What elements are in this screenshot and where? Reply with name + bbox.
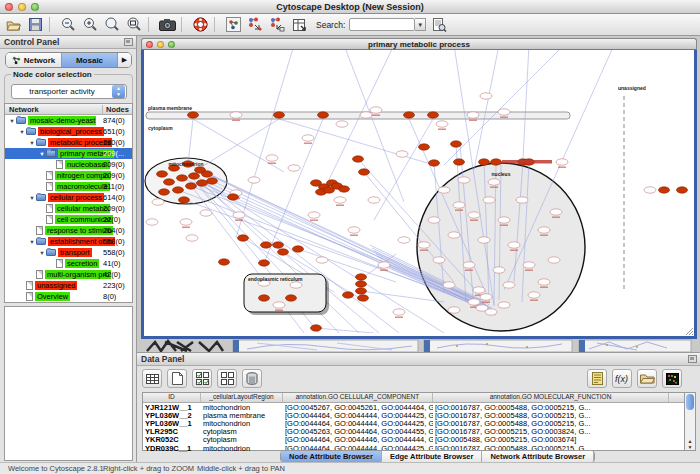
tree-item-transport[interactable]: ▼transport558(0) [5,247,132,258]
network-node-selected[interactable] [273,242,284,248]
network-node[interactable] [528,292,540,298]
network-node[interactable] [480,93,492,99]
network-node-selected[interactable] [186,183,197,189]
network-node-selected[interactable] [177,175,188,181]
network-overview-icon[interactable] [224,16,242,33]
network-node[interactable] [273,302,285,308]
float-panel-icon[interactable] [688,355,697,363]
network-node-selected[interactable] [286,295,297,301]
network-node[interactable] [467,112,479,118]
network-edge[interactable] [324,50,394,190]
network-node[interactable] [436,121,448,127]
save-icon[interactable] [26,16,44,33]
network-node[interactable] [348,227,360,233]
tree-item-cellular-process[interactable]: ▼cellular process614(0) [5,192,132,203]
network-node[interactable] [538,227,550,233]
birdseye-view-panel[interactable] [4,306,133,461]
network-node[interactable] [266,155,278,161]
network-node[interactable] [146,219,158,225]
network-node-selected[interactable] [238,235,249,241]
tab-network-attribute-browser[interactable]: Network Attribute Browser [482,451,594,462]
network-node[interactable] [433,257,445,263]
network-node[interactable] [180,219,192,225]
tab-mosaic[interactable]: Mosaic [62,53,118,67]
network-node[interactable] [480,294,492,300]
network-node-selected[interactable] [207,178,218,184]
column-header[interactable]: ID [143,393,201,402]
import-attributes-icon[interactable] [637,369,657,388]
network-node-selected[interactable] [157,171,168,177]
network-node-selected[interactable] [429,160,440,166]
network-node[interactable] [493,267,505,273]
network-node[interactable] [453,202,465,208]
network-node[interactable] [418,242,430,248]
network-node[interactable] [398,237,410,243]
network-node[interactable] [230,112,242,118]
tree-item-overview[interactable]: Overview8(0) [5,291,132,302]
tree-item-cell-communicat[interactable]: cell communicat22(0) [5,214,132,225]
matrix-view-icon[interactable] [662,369,682,388]
network-node[interactable] [308,212,320,218]
network-node[interactable] [448,307,460,313]
network-node-selected[interactable] [419,144,430,150]
network-edge[interactable] [344,50,404,202]
zoom-out-icon[interactable] [59,16,77,33]
column-header[interactable]: _cellularLayoutRegion [201,393,283,402]
tree-item-mosaic-demo-yeast[interactable]: ▼mosaic-demo-yeast874(0) [5,115,132,126]
network-node[interactable] [233,212,245,218]
network-node-selected[interactable] [202,171,213,177]
tree-item-biological-process[interactable]: ▼biological_process651(0) [5,126,132,137]
network-edge[interactable] [474,50,499,170]
tab-network[interactable]: Network [6,53,62,67]
network-node[interactable] [378,262,390,268]
network-edge[interactable] [200,119,279,168]
network-node[interactable] [448,232,460,238]
network-node-selected[interactable] [219,259,230,265]
tree-item-secretion[interactable]: secretion41(0) [5,258,132,269]
network-node[interactable] [396,151,408,157]
zoom-selected-region-icon[interactable] [103,16,121,33]
unselect-attributes-icon[interactable] [217,369,237,388]
network-node[interactable] [428,217,440,223]
network-node-selected[interactable] [318,112,329,118]
network-node-selected[interactable] [343,292,354,298]
network-node[interactable] [556,159,568,165]
network-node[interactable] [302,135,314,141]
network-node-selected[interactable] [189,173,200,179]
more-tabs-button[interactable]: ▶ [118,53,131,67]
network-node[interactable] [152,199,164,205]
network-node-selected[interactable] [197,180,208,186]
network-node[interactable] [290,282,302,288]
network-edge[interactable] [316,328,374,333]
formula-builder-icon[interactable]: f(x) [612,369,632,388]
network-node[interactable] [538,279,550,285]
network-edge[interactable] [523,50,529,158]
network-node[interactable] [498,217,510,223]
network-node[interactable] [468,299,480,305]
search-dropdown-button[interactable]: ▼ [415,18,426,31]
network-node-selected[interactable] [188,112,199,118]
network-edge[interactable] [188,119,193,164]
network-node-selected[interactable] [228,194,239,200]
network-node-selected[interactable] [179,197,190,203]
tree-item-unassigned[interactable]: unassigned223(0) [5,280,132,291]
network-node-selected[interactable] [339,186,350,192]
network-node[interactable] [483,197,495,203]
network-node[interactable] [370,107,382,113]
network-node-selected[interactable] [278,249,289,255]
network-node-selected[interactable] [173,187,184,193]
zoom-in-icon[interactable] [81,16,99,33]
search-input[interactable] [349,18,415,31]
network-node-selected[interactable] [404,112,415,118]
network-node-selected[interactable] [261,242,272,248]
tree-item-nucleobase-[interactable]: nucleobase-209(0) [5,159,132,170]
tree-item-macromolecule[interactable]: macromolecule311(0) [5,181,132,192]
network-node-selected[interactable] [356,281,367,287]
network-node-selected[interactable] [428,112,439,118]
network-node-selected[interactable] [454,159,465,165]
column-header[interactable]: annotation.GO CELLULAR_COMPONENT [283,393,433,402]
network-node-selected[interactable] [356,274,367,280]
network-node[interactable] [248,177,260,183]
disclosure-triangle[interactable]: ▼ [18,129,26,135]
new-attribute-icon[interactable] [167,369,187,388]
